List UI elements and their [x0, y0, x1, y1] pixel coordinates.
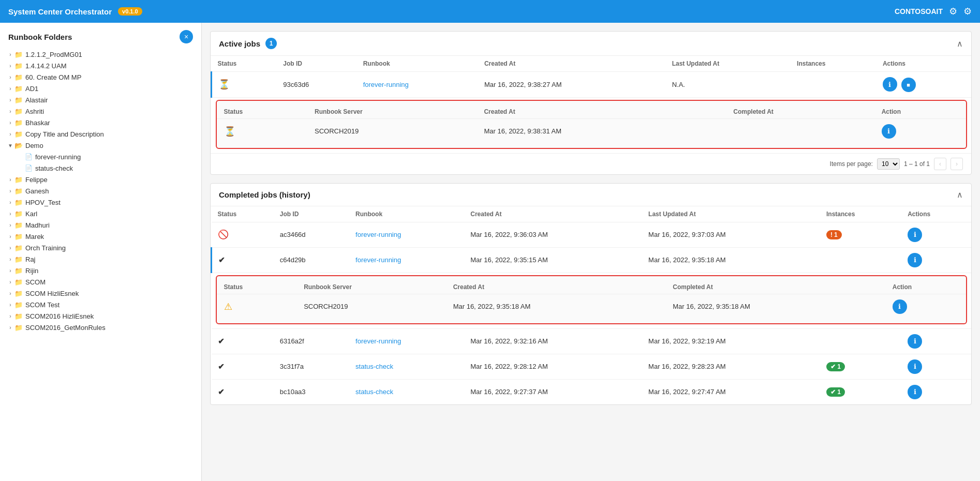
sub-col-completedat: Completed At: [665, 280, 885, 294]
sub-warning-icon: ⚠: [224, 302, 232, 312]
createdat-cell: Mar 16, 2022, 9:27:37 AM: [464, 379, 642, 404]
sidebar-item-marek[interactable]: ›📁Marek: [0, 231, 201, 242]
active-jobs-count: 1: [265, 38, 277, 49]
sidebar-folder-rijin[interactable]: ›📁Rijin: [0, 265, 201, 276]
info-button[interactable]: ℹ: [908, 334, 922, 349]
sidebar-item-ashriti[interactable]: ›📁Ashriti: [0, 106, 201, 117]
sub-col-server: Runbook Server: [296, 280, 446, 294]
active-jobs-collapse-icon[interactable]: ∧: [957, 39, 963, 49]
sub-createdat-cell: Mar 16, 2022, 9:38:31 AM: [477, 118, 726, 144]
sidebar-folder-orchtraining[interactable]: ›📁Orch Training: [0, 242, 201, 253]
sidebar-folder-scomtest[interactable]: ›📁SCOM Test: [0, 299, 201, 310]
info-button[interactable]: ℹ: [883, 77, 897, 92]
sidebar-folder-karl[interactable]: ›📁Karl: [0, 208, 201, 219]
sidebar: Runbook Folders × ›📁1.2.1.2_ProdMG01›📁1.…: [0, 23, 202, 481]
pagination-next-button[interactable]: ›: [951, 158, 963, 170]
sidebar-item-scom[interactable]: ›📁SCOM: [0, 276, 201, 288]
runbook-link[interactable]: forever-running: [355, 231, 401, 238]
chevron-empty: [17, 153, 25, 161]
sidebar-folder-copytitle[interactable]: ›📁Copy Title and Description: [0, 128, 201, 140]
sidebar-folder-ashriti[interactable]: ›📁Ashriti: [0, 106, 201, 117]
sidebar-item-orchtraining[interactable]: ›📁Orch Training: [0, 242, 201, 253]
runbook-link[interactable]: status-check: [355, 363, 393, 370]
sidebar-item-copytitle[interactable]: ›📁Copy Title and Description: [0, 128, 201, 140]
sidebar-folder-raj[interactable]: ›📁Raj: [0, 253, 201, 265]
folder-icon: 📁: [14, 73, 23, 81]
folder-icon: 📁: [14, 96, 23, 104]
stop-button[interactable]: ■: [901, 78, 916, 92]
info-button[interactable]: ℹ: [908, 228, 922, 242]
runbook-link[interactable]: forever-running: [363, 81, 409, 88]
sidebar-folder-scom[interactable]: ›📁SCOM: [0, 276, 201, 288]
runbook-link[interactable]: forever-running: [355, 256, 401, 264]
warn-icon: !: [830, 231, 833, 238]
col-actions: Actions: [877, 56, 971, 72]
sidebar-folder-ganesh[interactable]: ›📁Ganesh: [0, 185, 201, 197]
sidebar-folder-1212[interactable]: ›📁1.2.1.2_ProdMG01: [0, 49, 201, 60]
sidebar-folder-hpov[interactable]: ›📁HPOV_Test: [0, 197, 201, 208]
sidebar-item-bhaskar[interactable]: ›📁Bhaskar: [0, 117, 201, 128]
runbook-link[interactable]: status-check: [355, 388, 393, 396]
folder-icon: 📁: [14, 51, 23, 58]
col-actions: Actions: [901, 206, 971, 222]
sub-thead-row: Status Runbook Server Created At Complet…: [217, 105, 967, 119]
sidebar-folder-marek[interactable]: ›📁Marek: [0, 231, 201, 242]
sidebar-item-rijin[interactable]: ›📁Rijin: [0, 265, 201, 276]
runbook-link[interactable]: forever-running: [355, 337, 401, 345]
sidebar-item-scomhizliesnek[interactable]: ›📁SCOM HizliEsnek: [0, 288, 201, 299]
sidebar-item-60[interactable]: ›📁60. Create OM MP: [0, 71, 201, 83]
sidebar-item-scomtest[interactable]: ›📁SCOM Test: [0, 299, 201, 310]
info-button[interactable]: ℹ: [908, 359, 922, 374]
sidebar-item-scom2016getmonrules[interactable]: ›📁SCOM2016_GetMonRules: [0, 322, 201, 333]
sidebar-item-1212[interactable]: ›📁1.2.1.2_ProdMG01: [0, 49, 201, 60]
sidebar-folder-scomhizliesnek[interactable]: ›📁SCOM HizliEsnek: [0, 288, 201, 299]
pagination-prev-button[interactable]: ‹: [934, 158, 946, 170]
sub-col-completedat: Completed At: [726, 105, 874, 119]
sub-status-cell: ⏳: [217, 118, 307, 144]
status-cell: ✔: [212, 328, 274, 354]
sidebar-item-1414[interactable]: ›📁1.4.14.2 UAM: [0, 60, 201, 71]
pagination-range: 1 – 1 of 1: [904, 160, 930, 168]
sidebar-folder-scom2016hizliesnek[interactable]: ›📁SCOM2016 HizliEsnek: [0, 310, 201, 322]
chevron-right-icon: ›: [6, 209, 14, 218]
success-status-icon: ✔: [218, 362, 225, 371]
sidebar-folder-felippe[interactable]: ›📁Felippe: [0, 174, 201, 185]
sidebar-folder-madhuri[interactable]: ›📁Madhuri: [0, 219, 201, 231]
sidebar-close-button[interactable]: ×: [180, 30, 193, 43]
sub-info-button[interactable]: ℹ: [882, 124, 896, 139]
info-button[interactable]: ℹ: [908, 385, 922, 399]
sub-col-action: Action: [885, 280, 966, 294]
gear-icon[interactable]: ⚙: [963, 6, 972, 17]
sidebar-item-forever-running[interactable]: 📄forever-running: [10, 151, 201, 162]
sidebar-item-demo[interactable]: ▼📂Demo: [0, 140, 201, 151]
completed-jobs-collapse-icon[interactable]: ∧: [957, 190, 963, 200]
sidebar-item-raj[interactable]: ›📁Raj: [0, 253, 201, 265]
sidebar-item-scom2016hizliesnek[interactable]: ›📁SCOM2016 HizliEsnek: [0, 310, 201, 322]
sidebar-item-madhuri[interactable]: ›📁Madhuri: [0, 219, 201, 231]
sidebar-folder-scom2016getmonrules[interactable]: ›📁SCOM2016_GetMonRules: [0, 322, 201, 333]
sidebar-item-ad1[interactable]: ›📁AD1: [0, 83, 201, 94]
sidebar-folder-1414[interactable]: ›📁1.4.14.2 UAM: [0, 60, 201, 71]
sidebar-item-karl[interactable]: ›📁Karl: [0, 208, 201, 219]
chevron-right-icon: ›: [6, 221, 14, 229]
sidebar-folder-alastair[interactable]: ›📁Alastair: [0, 94, 201, 106]
sidebar-folder-ad1[interactable]: ›📁AD1: [0, 83, 201, 94]
sidebar-item-status-check[interactable]: 📄status-check: [10, 162, 201, 174]
instances-cell: ! 1: [820, 222, 901, 247]
info-button[interactable]: ℹ: [908, 253, 922, 267]
sidebar-folder-demo[interactable]: ▼📂Demo📄forever-running📄status-check: [0, 140, 201, 174]
warn-instance-badge: ! 1: [826, 230, 842, 239]
items-per-page-select[interactable]: 10 25 50: [877, 158, 900, 170]
active-jobs-section: Active jobs 1 ∧ Status Job ID Runbook Cr…: [210, 31, 972, 175]
sidebar-folder-bhaskar[interactable]: ›📁Bhaskar: [0, 117, 201, 128]
sidebar-item-felippe[interactable]: ›📁Felippe: [0, 174, 201, 185]
sidebar-folder-60[interactable]: ›📁60. Create OM MP: [0, 71, 201, 83]
active-jobs-thead-row: Status Job ID Runbook Created At Last Up…: [212, 56, 972, 72]
sidebar-item-alastair[interactable]: ›📁Alastair: [0, 94, 201, 106]
sub-info-button[interactable]: ℹ: [893, 299, 907, 314]
settings-icon[interactable]: ⚙: [949, 6, 957, 17]
sidebar-item-hpov[interactable]: ›📁HPOV_Test: [0, 197, 201, 208]
sub-server-cell: SCORCH2019: [296, 294, 446, 319]
sidebar-item-ganesh[interactable]: ›📁Ganesh: [0, 185, 201, 197]
status-cell: ✔: [212, 247, 274, 273]
